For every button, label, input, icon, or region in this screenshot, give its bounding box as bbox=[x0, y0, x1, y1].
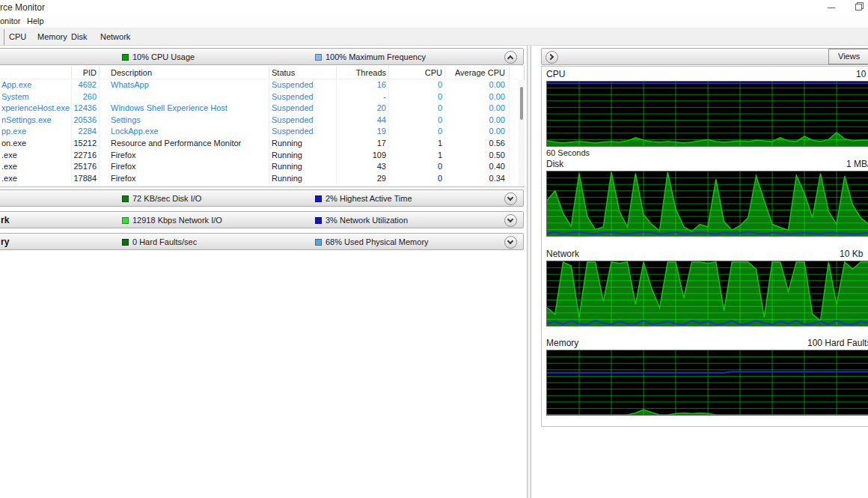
cell-description: Firefox bbox=[100, 173, 269, 185]
table-row[interactable]: System260Suspended-00.00 bbox=[0, 91, 518, 103]
cell-image: .exe bbox=[0, 173, 72, 185]
tab-overview-edge bbox=[4, 29, 4, 45]
maximize-button[interactable] bbox=[847, 0, 868, 15]
hard-faults-legend-square bbox=[122, 239, 129, 246]
chevron-down-icon bbox=[507, 216, 513, 222]
collapse-cpu-section-button[interactable] bbox=[504, 51, 517, 64]
network-io-legend-label: 12918 Kbps Network I/O bbox=[132, 216, 222, 225]
time-axis-label: 60 Seconds bbox=[546, 148, 590, 157]
cell-image: .exe bbox=[0, 150, 72, 162]
highest-active-time-legend-square bbox=[315, 195, 322, 202]
network-section-bar[interactable]: rk 12918 Kbps Network I/O 3% Network Uti… bbox=[0, 211, 524, 228]
cell-pid: 260 bbox=[72, 91, 100, 103]
cell-status: Running bbox=[269, 173, 337, 185]
cell-description: Settings bbox=[100, 115, 269, 127]
cell-description: LockApp.exe bbox=[100, 126, 269, 138]
header-pid[interactable]: PID bbox=[72, 66, 100, 79]
menu-item-help[interactable]: Help bbox=[27, 16, 44, 25]
cell-image: pp.exe bbox=[0, 126, 72, 138]
table-row[interactable]: xperienceHost.exe12436Windows Shell Expe… bbox=[0, 103, 518, 115]
network-utilization-legend-label: 3% Network Utilization bbox=[326, 216, 408, 225]
used-physical-memory-legend-square bbox=[315, 239, 322, 246]
cell-cpu: 0 bbox=[389, 79, 445, 91]
cell-average_cpu: 0.40 bbox=[445, 161, 510, 173]
cell-image: on.exe bbox=[0, 138, 72, 150]
cell-image: nSettings.exe bbox=[0, 115, 72, 127]
tab-strip: CPU Memory Disk Network bbox=[0, 28, 868, 46]
cell-pid: 17884 bbox=[72, 173, 100, 185]
cell-pid: 2284 bbox=[72, 126, 100, 138]
table-row[interactable]: .exe22716FirefoxRunning10910.50 bbox=[0, 150, 518, 162]
minimize-button[interactable] bbox=[820, 0, 843, 15]
views-button[interactable]: Views bbox=[828, 49, 868, 64]
header-description[interactable]: Description bbox=[100, 66, 269, 79]
cell-threads: 19 bbox=[337, 126, 389, 138]
cell-threads: 44 bbox=[337, 115, 389, 127]
expand-network-section-button[interactable] bbox=[504, 214, 517, 227]
cell-threads: 20 bbox=[337, 103, 389, 115]
cell-average_cpu: 0.50 bbox=[445, 150, 510, 162]
cell-description: Firefox bbox=[100, 161, 269, 173]
max-frequency-legend-label: 100% Maximum Frequency bbox=[326, 52, 426, 61]
table-row[interactable]: .exe17884FirefoxRunning2900.34 bbox=[0, 173, 518, 185]
cell-pid: 20536 bbox=[72, 115, 100, 127]
table-row[interactable]: App.exe4692WhatsAppSuspended1600.00 bbox=[0, 79, 518, 91]
tab-cpu[interactable]: CPU bbox=[9, 32, 26, 41]
graphs-panel: CPU 10 60 Seconds Disk 1 MB/ Network 10 … bbox=[541, 66, 868, 427]
hard-faults-legend-label: 0 Hard Faults/sec bbox=[132, 237, 197, 246]
header-threads[interactable]: Threads bbox=[337, 66, 389, 79]
cpu-section-bar[interactable]: 10% CPU Usage 100% Maximum Frequency bbox=[0, 48, 524, 65]
memory-graph-scale: 100 Hard Faults/ bbox=[807, 338, 868, 348]
memory-section-bar[interactable]: ry 0 Hard Faults/sec 68% Used Physical M… bbox=[0, 233, 524, 250]
tab-disk[interactable]: Disk bbox=[71, 32, 87, 41]
highest-active-time-legend-label: 2% Highest Active Time bbox=[326, 194, 412, 203]
expand-memory-section-button[interactable] bbox=[504, 236, 517, 249]
cell-status: Suspended bbox=[269, 103, 337, 115]
used-physical-memory-legend-label: 68% Used Physical Memory bbox=[326, 237, 429, 246]
cell-cpu: 0 bbox=[389, 161, 445, 173]
header-image[interactable] bbox=[0, 66, 72, 79]
cell-status: Running bbox=[269, 161, 337, 173]
disk-section-bar[interactable]: 72 KB/sec Disk I/O 2% Highest Active Tim… bbox=[0, 189, 524, 207]
cell-average_cpu: 0.00 bbox=[445, 103, 510, 115]
cell-average_cpu: 0.00 bbox=[445, 126, 510, 138]
disk-graph-title: Disk bbox=[546, 159, 563, 169]
table-row[interactable]: pp.exe2284LockApp.exeSuspended1900.00 bbox=[0, 126, 518, 138]
memory-graph-title: Memory bbox=[546, 338, 578, 348]
network-section-label: rk bbox=[1, 215, 9, 225]
cell-average_cpu: 0.00 bbox=[445, 91, 510, 103]
cell-status: Suspended bbox=[269, 126, 337, 138]
panel-splitter[interactable] bbox=[527, 46, 531, 498]
table-row[interactable]: on.exe15212Resource and Performance Moni… bbox=[0, 138, 518, 150]
cell-pid: 4692 bbox=[72, 79, 100, 91]
expand-disk-section-button[interactable] bbox=[504, 192, 517, 205]
collapse-graphs-panel-button[interactable] bbox=[545, 51, 558, 64]
window-title: rce Monitor bbox=[0, 2, 45, 13]
cell-threads: - bbox=[337, 91, 389, 103]
header-average-cpu[interactable]: Average CPU bbox=[445, 66, 510, 79]
header-cpu[interactable]: CPU bbox=[389, 66, 445, 79]
process-table-header: PID Description Status Threads CPU Avera… bbox=[0, 66, 518, 79]
cell-threads: 43 bbox=[337, 161, 389, 173]
memory-section-label: ry bbox=[1, 237, 9, 247]
tab-network[interactable]: Network bbox=[100, 32, 130, 41]
cell-image: .exe bbox=[0, 161, 72, 173]
memory-graph bbox=[546, 350, 868, 416]
cell-description: Resource and Performance Monitor bbox=[100, 138, 269, 150]
scrollbar-thumb[interactable] bbox=[520, 87, 523, 120]
tab-memory[interactable]: Memory bbox=[37, 32, 67, 41]
table-row[interactable]: nSettings.exe20536SettingsSuspended4400.… bbox=[0, 115, 518, 127]
cpu-graph bbox=[546, 81, 868, 147]
cell-description: Firefox bbox=[100, 150, 269, 162]
table-scrollbar[interactable] bbox=[519, 80, 525, 186]
header-status[interactable]: Status bbox=[269, 66, 337, 79]
table-row[interactable]: .exe25176FirefoxRunning4300.40 bbox=[0, 161, 518, 173]
cell-cpu: 0 bbox=[389, 91, 445, 103]
chevron-down-icon bbox=[507, 195, 513, 201]
cpu-graph-scale: 10 bbox=[856, 69, 866, 79]
cell-pid: 25176 bbox=[72, 161, 100, 173]
cell-threads: 29 bbox=[337, 173, 389, 185]
network-utilization-legend-square bbox=[315, 217, 322, 224]
cell-cpu: 0 bbox=[389, 103, 445, 115]
menu-item-monitor[interactable]: onitor bbox=[0, 16, 21, 25]
